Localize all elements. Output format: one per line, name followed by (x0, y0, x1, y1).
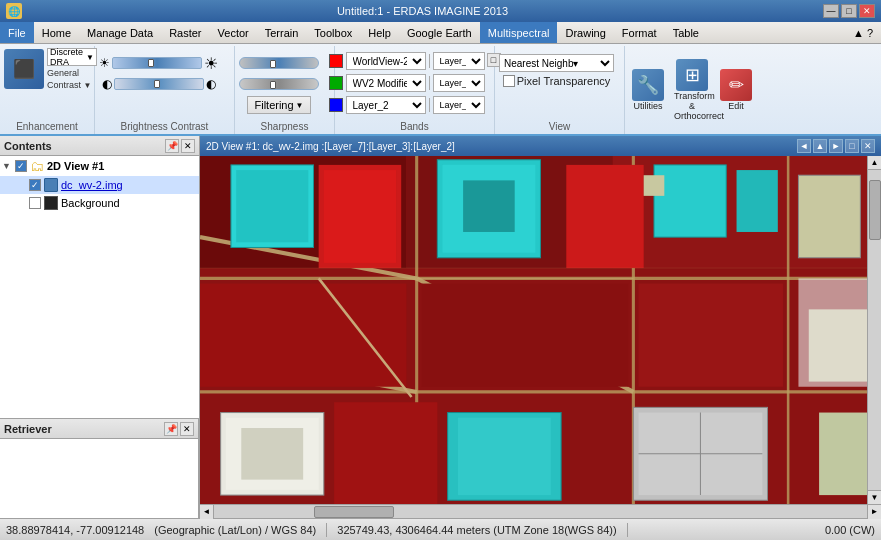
hscroll-left-button[interactable]: ◄ (200, 505, 214, 519)
utm-coords: 325749.43, 4306464.44 meters (UTM Zone 1… (337, 524, 616, 536)
bands-group: WorldView-2 M▾ Layer_7 WV2 Modified F▾ (335, 46, 495, 134)
map-navigate-left-button[interactable]: ◄ (797, 139, 811, 153)
status-bar: 38.88978414, -77.00912148 (Geographic (L… (0, 518, 881, 540)
menu-item-toolbox[interactable]: Toolbox (306, 22, 360, 43)
map-area: 2D View #1: dc_wv-2.img :[Layer_7]:[Laye… (200, 136, 881, 518)
tree-checkbox-bg[interactable] (29, 197, 41, 209)
coord-system: (Geographic (Lat/Lon) / WGS 84) (154, 524, 316, 536)
band-color-blue (329, 98, 343, 112)
band-select-right-3[interactable]: Layer_2 (433, 96, 485, 114)
sharpness-slider[interactable] (239, 57, 319, 69)
horizontal-scrollbar[interactable]: ◄ ► (200, 504, 881, 518)
svg-rect-18 (737, 170, 778, 232)
svg-rect-17 (654, 165, 726, 237)
tree-checkbox-file[interactable]: ✓ (29, 179, 41, 191)
pixel-transparency-label: Pixel Transparency (517, 75, 611, 87)
brightness-contrast-group: ☀ ☀ ◐ ◐ Brightness Contrast (95, 46, 235, 134)
hscroll-thumb[interactable] (314, 506, 394, 518)
retriever-close-button[interactable]: ✕ (180, 422, 194, 436)
contents-pin-button[interactable]: 📌 (165, 139, 179, 153)
map-navigate-right-button[interactable]: ► (829, 139, 843, 153)
tree-item-background[interactable]: Background (0, 194, 199, 212)
vscroll-up-button[interactable]: ▲ (868, 156, 882, 170)
svg-rect-42 (639, 284, 783, 387)
tree-label-2dview: 2D View #1 (47, 160, 104, 172)
retriever-pin-button[interactable]: 📌 (164, 422, 178, 436)
retriever-panel-controls: 📌 ✕ (164, 422, 194, 436)
menu-item-vector[interactable]: Vector (210, 22, 257, 43)
menu-item-raster[interactable]: Raster (161, 22, 209, 43)
band-select-left-1[interactable]: WorldView-2 M▾ (346, 52, 426, 70)
retriever-content (0, 439, 198, 518)
menu-item-home[interactable]: Home (34, 22, 79, 43)
brightness-contrast-label: Brightness Contrast (95, 121, 234, 132)
retriever-panel: Retriever 📌 ✕ (0, 418, 199, 518)
edit-button[interactable]: ✏ Edit (717, 67, 755, 113)
utilities-button[interactable]: 🔧 Utilities (629, 67, 667, 113)
menu-item-file[interactable]: File (0, 22, 34, 43)
rotation: 0.00 (CW) (825, 524, 875, 536)
svg-rect-30 (241, 428, 303, 480)
map-title-text: 2D View #1: dc_wv-2.img :[Layer_7]:[Laye… (206, 141, 791, 152)
vertical-scrollbar[interactable]: ▲ ▼ (867, 156, 881, 504)
band-color-green (329, 76, 343, 90)
contrast-slider-row: ◐ ◐ (102, 75, 216, 93)
svg-rect-39 (566, 165, 643, 268)
band-select-right-2[interactable]: Layer_3 (433, 74, 485, 92)
contrast-min-icon: ◐ (102, 77, 112, 91)
tree-item-file[interactable]: ✓ dc_wv-2.img (0, 176, 199, 194)
svg-rect-45 (644, 175, 665, 196)
menu-item-format[interactable]: Format (614, 22, 665, 43)
menu-item-help[interactable]: Help (360, 22, 399, 43)
view-label: View (495, 121, 624, 132)
map-close-button[interactable]: ✕ (861, 139, 875, 153)
vscroll-down-button[interactable]: ▼ (868, 490, 882, 504)
contents-close-button[interactable]: ✕ (181, 139, 195, 153)
map-maximize-button[interactable]: □ (845, 139, 859, 153)
enhancement-group: ⬛ Discrete DRA ▼ General Contrast ▼ Enha… (0, 46, 95, 134)
minimize-button[interactable]: — (823, 4, 839, 18)
menu-item-table[interactable]: Table (665, 22, 707, 43)
map-navigate-up-button[interactable]: ▲ (813, 139, 827, 153)
tree-checkbox-2dview[interactable]: ✓ (15, 160, 27, 172)
help-icon[interactable]: ▲ ? (845, 25, 881, 41)
main-layout: Contents 📌 ✕ ▼ ✓ 🗂 2D View #1 ✓ (0, 136, 881, 518)
tree-item-2dview[interactable]: ▼ ✓ 🗂 2D View #1 (0, 156, 199, 176)
folder-icon: 🗂 (30, 158, 44, 174)
map-canvas-area[interactable]: ▲ ▼ (200, 156, 881, 504)
pixel-transparency-checkbox[interactable] (503, 75, 515, 87)
nearest-neighbor-select[interactable]: Nearest Neighb▾ (499, 54, 614, 72)
band-select-left-2[interactable]: WV2 Modified F▾ (346, 74, 426, 92)
svg-rect-38 (324, 170, 396, 263)
band-select-right-1[interactable]: Layer_7 (433, 52, 485, 70)
close-button[interactable]: ✕ (859, 4, 875, 18)
menu-item-drawing[interactable]: Drawing (557, 22, 613, 43)
svg-rect-19 (798, 175, 860, 258)
contents-panel-header: Contents 📌 ✕ (0, 136, 199, 156)
menu-item-terrain[interactable]: Terrain (257, 22, 307, 43)
svg-rect-13 (236, 170, 308, 242)
vscroll-thumb[interactable] (869, 180, 881, 240)
brightness-slider-track[interactable] (112, 57, 202, 69)
brightness-min-icon: ☀ (99, 56, 110, 70)
maximize-button[interactable]: □ (841, 4, 857, 18)
transform-orthocorrect-button[interactable]: ⊞ Transform &Orthocorrect (671, 57, 713, 123)
menu-item-manage-data[interactable]: Manage Data (79, 22, 161, 43)
retriever-panel-title: Retriever (4, 423, 52, 435)
discrete-dra-select[interactable]: Discrete DRA ▼ (47, 48, 97, 66)
band-select-left-3[interactable]: Layer_2 (346, 96, 426, 114)
menu-item-multispectral[interactable]: Multispectral (480, 22, 558, 43)
hscroll-right-button[interactable]: ► (867, 505, 881, 519)
sharpness-slider2[interactable] (239, 78, 319, 90)
status-separator-1 (326, 523, 327, 537)
svg-rect-16 (463, 180, 515, 232)
band-row-blue: Layer_2 Layer_2 (329, 95, 485, 115)
title-bar: 🌐 Untitled:1 - ERDAS IMAGINE 2013 — □ ✕ (0, 0, 881, 22)
background-icon (44, 196, 58, 210)
contrast-slider-track[interactable] (114, 78, 204, 90)
filtering-button[interactable]: Filtering ▼ (247, 96, 310, 114)
title-bar-controls: — □ ✕ (823, 4, 875, 18)
menu-item-google-earth[interactable]: Google Earth (399, 22, 480, 43)
menu-bar: File Home Manage Data Raster Vector Terr… (0, 22, 881, 44)
edit-icon: ✏ (720, 69, 752, 101)
